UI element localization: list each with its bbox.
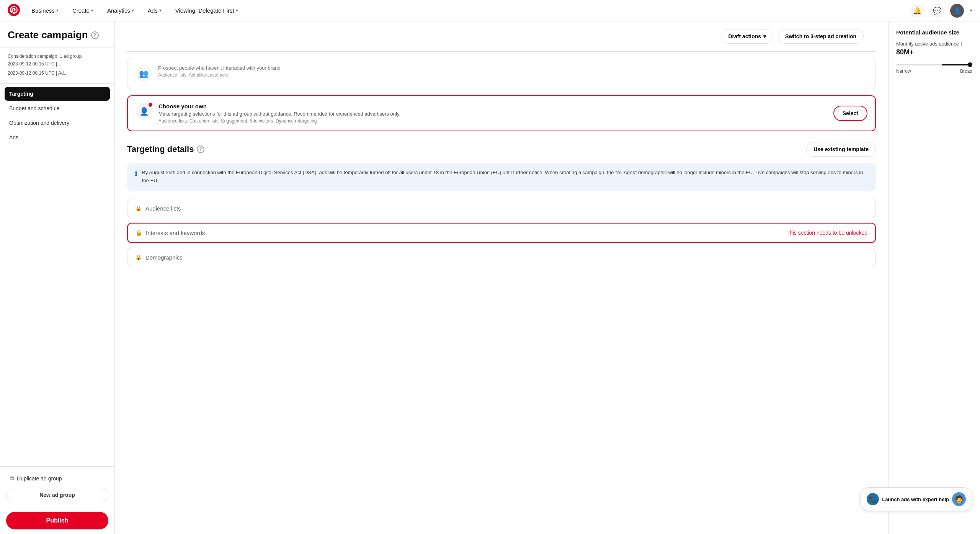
- sidebar-actions: ⧉ Duplicate ad group New ad group: [0, 466, 114, 507]
- monthly-info-icon[interactable]: ℹ: [960, 41, 962, 47]
- ads-chevron-icon: ▾: [159, 8, 162, 13]
- choose-own-content: Choose your own Make targeting selection…: [158, 103, 827, 124]
- info-icon: ℹ: [135, 169, 137, 185]
- viewing-chevron-icon: ▾: [236, 8, 238, 13]
- duplicate-adgroup-button[interactable]: ⧉ Duplicate ad group: [6, 471, 108, 485]
- audience-card-partial[interactable]: 👥 Prospect people who haven't interacted…: [127, 58, 876, 89]
- targeting-details-title: Targeting details ?: [127, 144, 204, 154]
- nav-ads[interactable]: Ads ▾: [145, 6, 164, 15]
- business-chevron-icon: ▾: [56, 8, 59, 13]
- main-scroll: Draft actions ▾ Switch to 3-step ad crea…: [115, 21, 888, 534]
- publish-button[interactable]: Publish: [6, 512, 108, 529]
- help-phone-icon: 📞: [867, 493, 879, 505]
- account-chevron-icon[interactable]: ▾: [970, 8, 972, 13]
- messages-button[interactable]: 💬: [930, 4, 944, 18]
- account-avatar[interactable]: 👤: [950, 4, 964, 18]
- sidebar: Create campaign ? Consideration campaign…: [0, 21, 115, 534]
- help-avatar: 🧑: [952, 492, 966, 506]
- duplicate-icon: ⧉: [10, 475, 14, 482]
- pinterest-logo[interactable]: [8, 4, 20, 17]
- sidebar-item-optimization[interactable]: Optimization and delivery: [5, 116, 110, 130]
- create-chevron-icon: ▾: [91, 8, 93, 13]
- demographics-section[interactable]: 🔒 Demographics: [127, 248, 876, 267]
- campaign-info: Consideration campaign, 1 ad group 2023-…: [0, 47, 114, 84]
- nav-analytics[interactable]: Analytics ▾: [105, 6, 136, 15]
- range-track: [896, 64, 972, 65]
- select-button[interactable]: Select: [833, 106, 867, 121]
- sidebar-item-targeting[interactable]: Targeting: [5, 87, 110, 101]
- scroll-content: Draft actions ▾ Switch to 3-step ad crea…: [115, 21, 980, 534]
- audience-range-bar: Narrow Broad: [896, 64, 972, 74]
- interests-keywords-section[interactable]: 🔒 Interests and keywords This section ne…: [127, 223, 876, 243]
- monthly-label: Monthly active ads audience ℹ: [896, 41, 972, 47]
- adgroup-date: 2023-09-12 00:15 UTC | Ad...: [8, 70, 107, 76]
- demographics-lock-icon: 🔒: [135, 254, 142, 260]
- nav-create[interactable]: Create ▾: [70, 6, 96, 15]
- range-labels: Narrow Broad: [896, 69, 972, 74]
- card-icon-partial: 👥: [135, 65, 152, 82]
- audience-lists-lock-icon: 🔒: [135, 205, 142, 211]
- choose-own-icon: 👤: [136, 103, 152, 120]
- audience-value: 80M+: [896, 48, 972, 56]
- campaign-label: Consideration campaign, 1 ad group: [8, 54, 107, 59]
- interests-lock-icon: 🔒: [136, 230, 142, 236]
- right-panel: Potential audience size Monthly active a…: [888, 21, 980, 534]
- sidebar-footer: Publish: [0, 507, 114, 534]
- main-content: Draft actions ▾ Switch to 3-step ad crea…: [115, 21, 980, 534]
- new-adgroup-button[interactable]: New ad group: [6, 488, 108, 502]
- sidebar-item-ads[interactable]: Ads: [5, 131, 110, 144]
- header-actions: Draft actions ▾ Switch to 3-step ad crea…: [721, 29, 864, 44]
- main-content-header: Draft actions ▾ Switch to 3-step ad crea…: [127, 21, 876, 52]
- switch-creation-button[interactable]: Switch to 3-step ad creation: [778, 29, 864, 44]
- dsa-info-banner: ℹ By August 25th and in connection with …: [127, 163, 876, 191]
- notification-bell-button[interactable]: 🔔: [910, 4, 924, 18]
- use-template-button[interactable]: Use existing template: [806, 142, 876, 157]
- audience-lists-section[interactable]: 🔒 Audience lists: [127, 199, 876, 218]
- help-icon[interactable]: ?: [91, 31, 99, 39]
- launch-ads-help-button[interactable]: 📞 Launch ads with expert help 🧑: [860, 487, 972, 511]
- audience-size-title: Potential audience size: [896, 29, 972, 36]
- sidebar-nav: Targeting Budget and schedule Optimizati…: [0, 84, 114, 466]
- top-navigation: Business ▾ Create ▾ Analytics ▾ Ads ▾ Vi…: [0, 0, 980, 21]
- sidebar-item-budget[interactable]: Budget and schedule: [5, 101, 110, 115]
- draft-actions-button[interactable]: Draft actions ▾: [721, 29, 773, 44]
- page-layout: Create campaign ? Consideration campaign…: [0, 21, 980, 534]
- svg-point-0: [8, 4, 20, 16]
- topnav-right-section: 🔔 💬 👤 ▾: [910, 4, 972, 18]
- card-selected-badge: [148, 102, 153, 108]
- nav-viewing[interactable]: Viewing: Delegate First ▾: [173, 6, 240, 15]
- range-dot: [968, 62, 972, 67]
- audience-card-choose-own[interactable]: 👤 Choose your own Make targeting selecti…: [127, 95, 876, 131]
- campaign-date: 2023-09-12 00:15 UTC |...: [8, 61, 107, 67]
- card-content-partial: Prospect people who haven't interacted w…: [158, 65, 868, 78]
- targeting-details-header: Targeting details ? Use existing templat…: [127, 142, 876, 157]
- analytics-chevron-icon: ▾: [132, 8, 134, 13]
- page-title: Create campaign ?: [8, 29, 107, 41]
- nav-business[interactable]: Business ▾: [29, 6, 61, 15]
- targeting-help-icon[interactable]: ?: [197, 145, 204, 153]
- sidebar-header: Create campaign ?: [0, 21, 114, 47]
- draft-actions-chevron-icon: ▾: [763, 33, 766, 39]
